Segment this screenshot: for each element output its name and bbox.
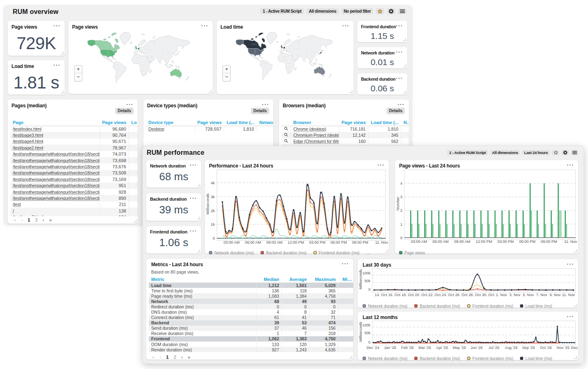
- svg-text:20. Oct: 20. Oct: [415, 293, 427, 297]
- svg-text:11. Nov: 11. Nov: [562, 293, 575, 297]
- svg-text:Mar '25: Mar '25: [418, 346, 431, 350]
- svg-text:Sep '25: Sep '25: [522, 346, 535, 350]
- svg-text:12:00 PM: 12:00 PM: [476, 240, 492, 244]
- svg-text:2k: 2k: [211, 208, 215, 213]
- svg-text:50k: 50k: [364, 331, 370, 335]
- svg-text:06:00 PM: 06:00 PM: [519, 240, 536, 244]
- svg-text:100k: 100k: [362, 323, 370, 327]
- svg-text:12:00 PM: 12:00 PM: [288, 240, 304, 244]
- svg-text:09:00 AM: 09:00 AM: [266, 240, 282, 244]
- svg-text:11. Nov: 11. Nov: [375, 240, 388, 244]
- svg-text:Feb '25: Feb '25: [401, 346, 414, 350]
- svg-text:Jun '25: Jun '25: [470, 346, 483, 350]
- svg-text:Milliseconds: Milliseconds: [359, 321, 363, 342]
- svg-text:03:00 AM: 03:00 AM: [411, 240, 427, 244]
- svg-text:22. Oct: 22. Oct: [428, 293, 440, 297]
- svg-text:11. Nov: 11. Nov: [564, 240, 577, 244]
- svg-text:Dec...: Dec...: [571, 346, 578, 350]
- svg-text:Oct '25: Oct '25: [540, 346, 552, 350]
- svg-text:2: 2: [400, 208, 402, 213]
- svg-text:03:00 PM: 03:00 PM: [497, 240, 514, 244]
- svg-text:1: 1: [400, 222, 402, 226]
- svg-text:4: 4: [400, 181, 402, 186]
- svg-text:Apr '25: Apr '25: [436, 346, 448, 350]
- svg-text:0: 0: [368, 340, 370, 344]
- svg-text:50k: 50k: [364, 279, 370, 283]
- svg-text:3. Nov: 3. Nov: [509, 293, 520, 297]
- svg-text:03:00 PM: 03:00 PM: [309, 240, 325, 244]
- svg-text:09:00 AM: 09:00 AM: [454, 240, 470, 244]
- svg-text:3k: 3k: [211, 195, 215, 199]
- svg-text:Dec '24: Dec '24: [366, 346, 379, 350]
- svg-text:06:00 PM: 06:00 PM: [331, 240, 347, 244]
- svg-text:5. Nov: 5. Nov: [523, 293, 534, 297]
- svg-text:0: 0: [368, 288, 370, 292]
- svg-text:14. Oct: 14. Oct: [375, 293, 387, 297]
- svg-text:06:00 AM: 06:00 AM: [433, 240, 449, 244]
- svg-text:7. Nov: 7. Nov: [536, 293, 547, 297]
- svg-text:03:00 AM: 03:00 AM: [223, 240, 239, 244]
- svg-text:1k: 1k: [211, 222, 215, 226]
- svg-text:30. Oct: 30. Oct: [482, 293, 494, 297]
- svg-text:Jan '25: Jan '25: [384, 346, 396, 350]
- svg-text:06:00 AM: 06:00 AM: [245, 240, 261, 244]
- svg-text:May '25: May '25: [453, 346, 466, 350]
- svg-text:1. Nov: 1. Nov: [496, 293, 507, 297]
- svg-text:Aug '25: Aug '25: [505, 346, 518, 350]
- svg-text:09:00 PM: 09:00 PM: [352, 240, 368, 244]
- svg-text:Milliseconds: Milliseconds: [359, 269, 363, 290]
- svg-text:4k: 4k: [211, 181, 215, 185]
- svg-text:09:00 PM: 09:00 PM: [541, 240, 557, 244]
- svg-text:Jul '25: Jul '25: [488, 346, 499, 350]
- svg-text:24. Oct: 24. Oct: [442, 293, 454, 297]
- svg-text:0: 0: [400, 235, 402, 240]
- svg-text:Nov '25: Nov '25: [557, 346, 570, 350]
- svg-text:3: 3: [400, 195, 402, 199]
- svg-text:16. Oct: 16. Oct: [388, 293, 400, 297]
- svg-text:0: 0: [213, 236, 215, 240]
- svg-text:18. Oct: 18. Oct: [402, 293, 414, 297]
- svg-text:26. Oct: 26. Oct: [455, 293, 468, 297]
- svg-text:100k: 100k: [362, 271, 370, 275]
- svg-text:Milliseconds: Milliseconds: [205, 193, 210, 215]
- svg-text:9. Nov: 9. Nov: [549, 293, 561, 297]
- svg-text:Number: Number: [395, 197, 400, 211]
- svg-text:28. Oct: 28. Oct: [468, 293, 481, 297]
